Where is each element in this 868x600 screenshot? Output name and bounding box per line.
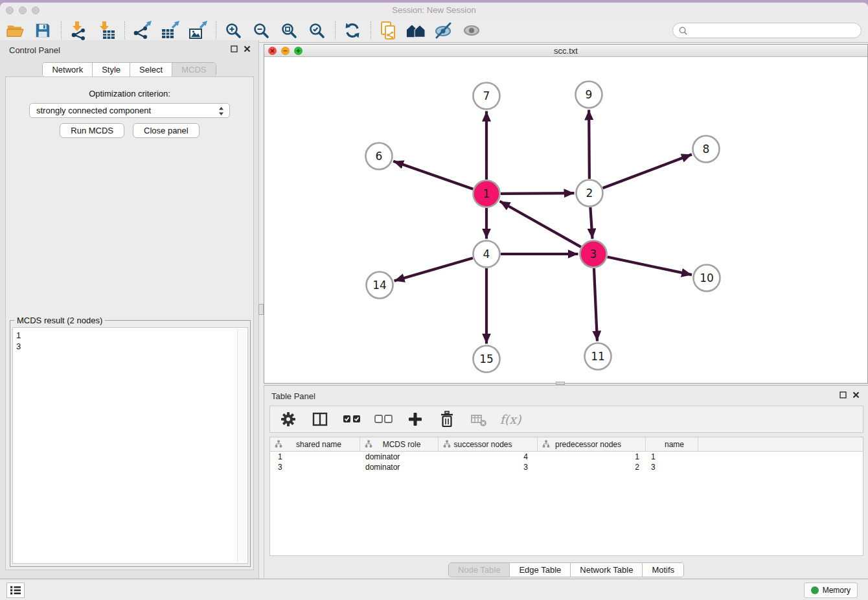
memory-button[interactable]: Memory <box>804 583 858 598</box>
graph-node-15[interactable]: 15 <box>474 346 500 373</box>
result-line: 1 <box>16 330 247 341</box>
toolbar-separator <box>216 21 217 40</box>
main-window: Session: New Session <box>0 3 868 600</box>
table-row[interactable]: 3 dominator 3 2 3 <box>270 462 863 472</box>
tab-network[interactable]: Network <box>43 63 92 76</box>
add-column-icon[interactable] <box>406 410 424 429</box>
tab-network-table[interactable]: Network Table <box>570 563 642 577</box>
graph-edge-2-8[interactable] <box>603 154 692 188</box>
show-all-icon[interactable] <box>462 20 481 41</box>
cell-name[interactable]: 3 <box>646 463 698 472</box>
copy-network-icon[interactable] <box>378 20 398 41</box>
cell-predecessor-nodes[interactable]: 2 <box>538 463 646 472</box>
graph-edge-1-6[interactable] <box>393 161 473 189</box>
save-session-icon[interactable] <box>33 20 52 41</box>
status-bar: Memory <box>0 579 868 600</box>
attribute-tree-icon <box>443 440 451 448</box>
column-header-mcds-role[interactable]: MCDS role <box>360 437 439 451</box>
cell-predecessor-nodes[interactable]: 1 <box>538 452 646 461</box>
search-field[interactable] <box>672 23 862 38</box>
zoom-in-icon[interactable] <box>223 20 243 41</box>
table-panel: Table Panel <box>264 385 868 578</box>
cell-mcds-role[interactable]: dominator <box>360 452 439 461</box>
tab-select[interactable]: Select <box>130 63 172 76</box>
cell-mcds-role[interactable]: dominator <box>360 463 439 472</box>
column-header-predecessor-nodes[interactable]: predecessor nodes <box>538 437 646 451</box>
import-table-icon[interactable] <box>97 20 116 41</box>
graph-node-1[interactable]: 1 <box>474 181 500 207</box>
graph-edge-1-2[interactable] <box>501 193 575 194</box>
tab-edge-table[interactable]: Edge Table <box>509 563 570 577</box>
tab-motifs[interactable]: Motifs <box>642 563 683 577</box>
cell-name[interactable]: 1 <box>646 452 698 461</box>
vertical-splitter-handle[interactable] <box>258 304 264 315</box>
export-image-icon[interactable] <box>188 20 207 41</box>
search-input[interactable] <box>691 25 861 36</box>
close-panel-button[interactable]: Close panel <box>133 123 200 138</box>
graph-node-10[interactable]: 10 <box>694 265 720 292</box>
import-network-icon[interactable] <box>69 20 88 41</box>
graph-node-8[interactable]: 8 <box>693 136 720 163</box>
svg-text:3: 3 <box>590 248 597 260</box>
open-file-icon[interactable] <box>5 20 25 41</box>
graph-edge-3-1[interactable] <box>499 202 580 248</box>
column-header-shared-name[interactable]: shared name <box>270 437 360 451</box>
hide-selection-icon[interactable] <box>434 20 453 41</box>
cell-shared-name[interactable]: 3 <box>270 463 360 472</box>
result-scrollbar[interactable] <box>237 329 246 562</box>
close-table-panel-icon[interactable] <box>852 391 860 398</box>
tab-style[interactable]: Style <box>92 63 130 76</box>
mcds-result-textarea[interactable]: 1 3 <box>12 327 248 564</box>
export-table-icon[interactable] <box>160 20 179 41</box>
select-all-rows-icon[interactable] <box>343 410 361 429</box>
graph-node-4[interactable]: 4 <box>474 241 500 268</box>
column-visibility-icon[interactable] <box>311 410 329 429</box>
graph-node-9[interactable]: 9 <box>576 82 602 108</box>
close-panel-icon[interactable] <box>244 45 251 52</box>
graph-edge-3-11[interactable] <box>594 268 597 341</box>
zoom-selected-icon[interactable] <box>307 20 326 41</box>
delete-columns-icon[interactable] <box>438 410 456 429</box>
zoom-out-icon[interactable] <box>251 20 271 41</box>
cell-successor-nodes[interactable]: 3 <box>439 463 538 472</box>
graph-edge-2-3[interactable] <box>590 207 592 239</box>
svg-text:4: 4 <box>483 248 490 260</box>
first-neighbors-icon[interactable] <box>406 20 426 41</box>
run-mcds-button[interactable]: Run MCDS <box>60 123 124 138</box>
tab-mcds[interactable]: MCDS <box>172 63 215 76</box>
task-history-button[interactable] <box>6 583 25 598</box>
network-window-titlebar[interactable]: scc.txt <box>264 45 867 57</box>
graph-node-7[interactable]: 7 <box>474 83 500 110</box>
table-panel-title: Table Panel <box>271 391 315 401</box>
table-options-gear-icon[interactable] <box>279 410 297 429</box>
toolbar-separator <box>371 21 372 40</box>
column-header-name[interactable]: name <box>646 437 698 451</box>
table-row[interactable]: 1 dominator 4 1 1 <box>270 452 863 462</box>
optimization-select[interactable]: strongly connected component <box>29 103 230 118</box>
float-panel-icon[interactable] <box>231 45 238 52</box>
graph-node-6[interactable]: 6 <box>366 143 393 170</box>
mcds-result-group: MCDS result (2 nodes) 1 3 <box>10 320 251 567</box>
deselect-all-rows-icon[interactable] <box>374 410 393 429</box>
svg-text:9: 9 <box>586 88 593 101</box>
node-table: shared name MCDS role successor nodes pr… <box>269 437 863 556</box>
main-toolbar <box>0 18 868 43</box>
graph-edge-4-14[interactable] <box>394 258 473 281</box>
refresh-view-icon[interactable] <box>343 20 362 41</box>
column-header-successor-nodes[interactable]: successor nodes <box>439 437 538 451</box>
graph-edge-2-9[interactable] <box>589 110 589 179</box>
network-window: scc.txt 7968124314101511 <box>264 44 868 384</box>
tab-node-table[interactable]: Node Table <box>449 563 510 577</box>
window-title: Session: New Session <box>0 5 868 15</box>
cell-shared-name[interactable]: 1 <box>270 452 360 461</box>
graph-node-11[interactable]: 11 <box>585 343 611 370</box>
graph-node-3[interactable]: 3 <box>580 241 607 268</box>
graph-node-14[interactable]: 14 <box>367 272 393 299</box>
zoom-fit-icon[interactable] <box>279 20 299 41</box>
graph-edge-3-10[interactable] <box>608 257 692 275</box>
export-network-icon[interactable] <box>132 20 152 41</box>
graph-node-2[interactable]: 2 <box>577 180 603 207</box>
graph-canvas[interactable]: 7968124314101511 <box>264 57 867 383</box>
float-table-panel-icon[interactable] <box>839 391 847 398</box>
cell-successor-nodes[interactable]: 4 <box>439 452 538 461</box>
